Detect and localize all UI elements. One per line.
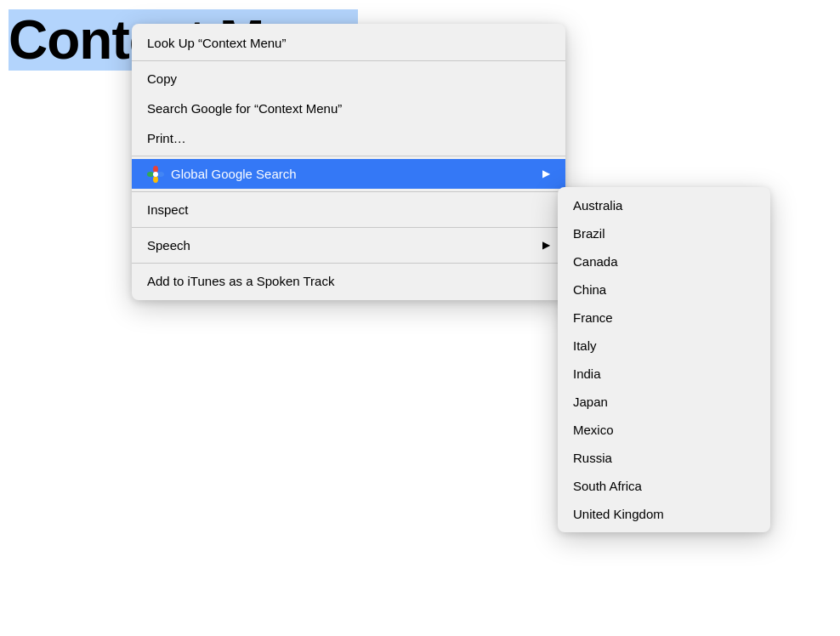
submenu-item-italy[interactable]: Italy xyxy=(558,332,770,360)
global-google-search-text: Global Google Search xyxy=(171,165,297,183)
submenu-item-china[interactable]: China xyxy=(558,275,770,304)
submenu-item-south-africa[interactable]: South Africa xyxy=(558,472,770,500)
submenu-item-label: Australia xyxy=(573,196,622,214)
submenu-item-united-kingdom[interactable]: United Kingdom xyxy=(558,500,770,528)
submenu-item-label: Italy xyxy=(573,337,597,355)
submenu-item-australia[interactable]: Australia xyxy=(558,191,770,219)
menu-divider-3 xyxy=(132,191,565,192)
menu-item-lookup[interactable]: Look Up “Context Menu” xyxy=(132,28,565,58)
submenu-item-label: Japan xyxy=(573,393,608,411)
print-label: Print… xyxy=(147,129,186,147)
svg-point-4 xyxy=(153,172,158,177)
submenu-item-russia[interactable]: Russia xyxy=(558,444,770,472)
submenu-item-label: Canada xyxy=(573,253,618,270)
submenu-item-india[interactable]: India xyxy=(558,360,770,388)
menu-divider-5 xyxy=(132,263,565,264)
speech-label: Speech xyxy=(147,236,190,254)
global-google-search-icon xyxy=(147,166,164,183)
context-menu: Look Up “Context Menu” Copy Search Googl… xyxy=(132,24,565,300)
svg-point-3 xyxy=(147,172,154,177)
submenu-item-label: Mexico xyxy=(573,421,614,439)
submenu-item-mexico[interactable]: Mexico xyxy=(558,416,770,444)
menu-divider-1 xyxy=(132,60,565,61)
submenu-item-label: Brazil xyxy=(573,224,605,242)
svg-point-2 xyxy=(153,176,158,183)
submenu-item-label: United Kingdom xyxy=(573,505,664,523)
menu-divider-4 xyxy=(132,227,565,228)
submenu-item-label: India xyxy=(573,365,601,383)
submenu-countries: AustraliaBrazilCanadaChinaFranceItalyInd… xyxy=(558,187,770,532)
submenu-item-label: China xyxy=(573,281,606,298)
menu-item-add-itunes[interactable]: Add to iTunes as a Spoken Track xyxy=(132,266,565,296)
submenu-item-canada[interactable]: Canada xyxy=(558,247,770,275)
global-google-search-arrow: ▶ xyxy=(525,167,550,181)
menu-item-speech[interactable]: Speech ▶ xyxy=(132,230,565,260)
menu-item-global-google-search[interactable]: Global Google Search ▶ xyxy=(132,159,565,189)
menu-item-print[interactable]: Print… xyxy=(132,123,565,153)
menu-divider-2 xyxy=(132,156,565,156)
global-google-search-label-group: Global Google Search xyxy=(147,165,297,183)
submenu-item-france[interactable]: France xyxy=(558,304,770,332)
menu-item-copy[interactable]: Copy xyxy=(132,64,565,94)
search-google-label: Search Google for “Context Menu” xyxy=(147,99,342,117)
svg-point-0 xyxy=(153,166,158,173)
menu-item-inspect[interactable]: Inspect xyxy=(132,195,565,224)
speech-arrow: ▶ xyxy=(525,238,550,253)
submenu-item-label: France xyxy=(573,309,613,327)
add-itunes-label: Add to iTunes as a Spoken Track xyxy=(147,272,334,290)
menu-item-search-google[interactable]: Search Google for “Context Menu” xyxy=(132,94,565,123)
submenu-item-brazil[interactable]: Brazil xyxy=(558,219,770,247)
submenu-item-label: Russia xyxy=(573,449,612,467)
submenu-item-japan[interactable]: Japan xyxy=(558,388,770,416)
inspect-label: Inspect xyxy=(147,201,188,219)
svg-point-1 xyxy=(157,172,164,177)
submenu-item-label: South Africa xyxy=(573,477,642,495)
lookup-label: Look Up “Context Menu” xyxy=(147,34,286,52)
copy-label: Copy xyxy=(147,70,177,88)
